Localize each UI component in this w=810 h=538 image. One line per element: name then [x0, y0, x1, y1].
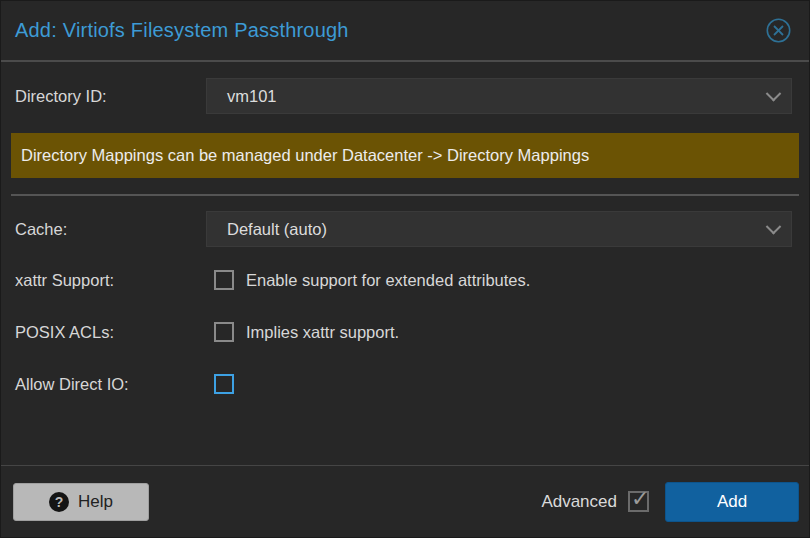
directory-id-label: Directory ID: [11, 87, 206, 106]
cache-row: Cache: Default (auto) [11, 211, 799, 247]
advanced-label: Advanced [541, 492, 617, 512]
cache-label: Cache: [11, 220, 206, 239]
directory-id-combo[interactable]: vm101 [206, 78, 792, 114]
dialog-header: Add: Virtiofs Filesystem Passthrough [1, 1, 809, 62]
chevron-down-icon[interactable] [766, 218, 782, 234]
xattr-checkbox[interactable] [214, 270, 234, 290]
cache-value: Default (auto) [227, 220, 768, 239]
xattr-control: Enable support for extended attributes. [206, 270, 799, 290]
directory-id-row: Directory ID: vm101 [11, 78, 799, 114]
posix-acls-label: POSIX ACLs: [11, 323, 206, 342]
xattr-box-label: Enable support for extended attributes. [246, 271, 530, 290]
posix-acls-row: POSIX ACLs: Implies xattr support. [11, 321, 799, 343]
dialog-footer: ? Help Advanced ✓ Add [1, 465, 809, 537]
checkmark-icon: ✓ [631, 486, 649, 512]
dialog-body: Directory ID: vm101 Directory Mappings c… [1, 62, 809, 465]
help-button-label: Help [78, 492, 113, 512]
cache-combo[interactable]: Default (auto) [206, 211, 792, 247]
help-button[interactable]: ? Help [13, 483, 149, 521]
direct-io-label: Allow Direct IO: [11, 375, 206, 394]
virtiofs-passthrough-dialog: Add: Virtiofs Filesystem Passthrough Dir… [0, 0, 810, 538]
question-circle-icon: ? [49, 492, 69, 512]
dialog-title: Add: Virtiofs Filesystem Passthrough [15, 19, 763, 42]
direct-io-checkbox[interactable] [214, 374, 234, 394]
posix-acls-box-label: Implies xattr support. [246, 323, 399, 342]
section-divider [11, 194, 799, 196]
warning-banner: Directory Mappings can be managed under … [11, 133, 799, 178]
close-icon[interactable] [763, 16, 793, 46]
directory-id-value: vm101 [227, 87, 768, 106]
posix-acls-checkbox[interactable] [214, 322, 234, 342]
chevron-down-icon[interactable] [766, 85, 782, 101]
advanced-checkbox[interactable]: ✓ [628, 491, 649, 512]
direct-io-control [206, 374, 799, 394]
xattr-row: xattr Support: Enable support for extend… [11, 269, 799, 291]
xattr-label: xattr Support: [11, 271, 206, 290]
add-button[interactable]: Add [665, 482, 799, 522]
direct-io-row: Allow Direct IO: [11, 373, 799, 395]
posix-acls-control: Implies xattr support. [206, 322, 799, 342]
